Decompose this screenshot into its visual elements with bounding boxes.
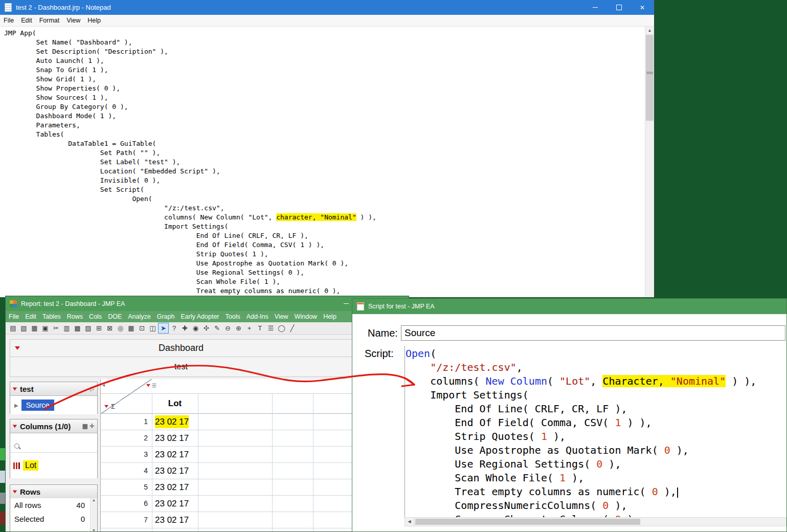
- grabber-tool-icon[interactable]: ✣: [201, 323, 211, 333]
- cell-value[interactable]: 23 02 17: [155, 448, 189, 461]
- cell-value[interactable]: 23 02 17: [155, 514, 189, 526]
- table-row[interactable]: 823 02 17: [101, 528, 352, 532]
- notepad-vertical-scrollbar[interactable]: ▲: [645, 27, 654, 297]
- globe-tool-icon[interactable]: ◉: [191, 323, 200, 333]
- menu-early-adopter[interactable]: Early Adopter: [177, 311, 222, 322]
- help-tool-icon[interactable]: ?: [169, 323, 179, 333]
- cell-value[interactable]: 23 02 17: [155, 530, 189, 532]
- menu-cols[interactable]: Cols: [86, 311, 105, 322]
- columns-settings-icon[interactable]: ✛: [89, 423, 95, 430]
- menu-help[interactable]: Help: [84, 15, 104, 26]
- column-header-lot[interactable]: Lot: [152, 393, 198, 414]
- menu-view[interactable]: View: [272, 311, 291, 322]
- zoom-out-tool-icon[interactable]: ⊖: [223, 323, 233, 333]
- menu-analyze[interactable]: Analyze: [125, 311, 153, 322]
- line-tool-icon[interactable]: ╱: [287, 323, 297, 333]
- new-data-table-icon[interactable]: ▦: [30, 323, 39, 333]
- notepad-titlebar[interactable]: test 2 - Dashboard.jrp - Notepad ✕: [0, 0, 654, 15]
- save-icon[interactable]: ▣: [40, 323, 50, 333]
- desktop-icon-sliver[interactable]: [0, 512, 5, 525]
- table-row[interactable]: 123 02 17: [101, 414, 352, 430]
- brush-tool-icon[interactable]: ✎: [212, 323, 222, 333]
- cut-icon[interactable]: ✂: [51, 323, 61, 333]
- list-tool-icon[interactable]: ☰: [266, 323, 276, 333]
- menu-add-ins[interactable]: Add-Ins: [243, 311, 272, 322]
- table-row[interactable]: 523 02 17: [101, 479, 352, 496]
- lock-icon[interactable]: ⊠: [105, 323, 115, 333]
- cell-value[interactable]: 23 02 17: [155, 481, 189, 494]
- binoculars-icon[interactable]: ◫: [148, 323, 158, 333]
- table-row[interactable]: 723 02 17: [101, 512, 352, 528]
- red-triangle-menu-icon[interactable]: [15, 346, 20, 350]
- cell-value[interactable]: 23 02 17: [155, 432, 189, 445]
- notepad-text-area[interactable]: JMP App( Set Name( "Dashboard" ), Set De…: [0, 27, 645, 297]
- row-number[interactable]: 8: [101, 528, 148, 532]
- column-item-label[interactable]: Lot: [23, 460, 38, 471]
- cell-value[interactable]: 23 02 17: [155, 497, 189, 510]
- arrow-tool-icon[interactable]: ➤: [159, 323, 168, 333]
- scrollbar-thumb[interactable]: [415, 519, 640, 525]
- menu-edit[interactable]: Edit: [17, 15, 36, 26]
- zoom-window-icon[interactable]: ◎: [116, 323, 125, 333]
- row-number[interactable]: 3: [101, 447, 148, 462]
- columns-search-field[interactable]: [10, 433, 97, 453]
- expander-icon[interactable]: ▶: [14, 403, 18, 408]
- red-triangle-menu-icon[interactable]: [104, 405, 108, 408]
- new-journal-icon[interactable]: ▤: [8, 323, 18, 333]
- desktop-icon-sliver[interactable]: [0, 493, 5, 504]
- menu-tools[interactable]: Tools: [222, 311, 243, 322]
- script-window-icon[interactable]: ▨: [83, 323, 93, 333]
- menu-window[interactable]: Window: [291, 311, 320, 322]
- row-number[interactable]: 2: [101, 430, 148, 446]
- menu-view[interactable]: View: [63, 15, 84, 26]
- annotate-tool-icon[interactable]: T: [255, 323, 265, 333]
- sigma-icon[interactable]: Σ: [111, 403, 115, 410]
- layout-icon[interactable]: ⊞: [94, 323, 104, 333]
- test-panel-header[interactable]: test ▷: [10, 382, 97, 396]
- window-list-icon[interactable]: ⊡: [137, 323, 147, 333]
- report-titlebar[interactable]: Report: test 2 - Dashboard - JMP EA: [6, 296, 409, 311]
- cell-value[interactable]: 23 02 17: [155, 415, 189, 428]
- close-button[interactable]: ✕: [631, 0, 654, 15]
- desktop-icon-sliver[interactable]: [0, 448, 5, 460]
- script-horizontal-scrollbar[interactable]: ◀: [404, 517, 786, 526]
- excel-import-icon[interactable]: ▦: [126, 323, 136, 333]
- maximize-button[interactable]: [607, 0, 631, 15]
- source-item-selected[interactable]: Source: [21, 400, 54, 411]
- menu-file[interactable]: File: [6, 311, 22, 322]
- copy-icon[interactable]: ▥: [62, 323, 72, 333]
- shape-tool-icon[interactable]: ◯: [277, 323, 286, 333]
- open-icon[interactable]: ▧: [19, 323, 29, 333]
- menu-help[interactable]: Help: [320, 311, 340, 322]
- column-filter-icon[interactable]: ☰: [152, 383, 156, 388]
- scrollbar-thumb[interactable]: [646, 35, 654, 121]
- table-row[interactable]: 323 02 17: [101, 447, 352, 463]
- minimize-button[interactable]: [583, 0, 607, 15]
- red-triangle-menu-icon[interactable]: [13, 490, 17, 493]
- columns-panel-header[interactable]: Columns (1/0) ▦ ✛: [10, 419, 97, 433]
- script-titlebar[interactable]: Script for test - JMP EA: [352, 299, 786, 314]
- name-input[interactable]: [401, 325, 785, 341]
- row-number[interactable]: 4: [101, 463, 148, 479]
- red-triangle-menu-icon[interactable]: [13, 387, 17, 390]
- menu-graph[interactable]: Graph: [154, 311, 178, 322]
- script-editor[interactable]: Open( "/z:/test.csv", columns( New Colum…: [406, 347, 786, 517]
- crosshair-tool-icon[interactable]: ✚: [180, 323, 190, 333]
- menu-format[interactable]: Format: [36, 15, 63, 26]
- row-number[interactable]: 6: [101, 496, 148, 512]
- row-number[interactable]: 5: [101, 479, 148, 495]
- cell-value[interactable]: 23 02 17: [155, 464, 189, 477]
- zoom-in-tool-icon[interactable]: ⊕: [234, 323, 243, 333]
- add-tool-icon[interactable]: +: [244, 323, 254, 333]
- menu-doe[interactable]: DOE: [105, 311, 125, 322]
- menu-file[interactable]: File: [0, 15, 17, 26]
- rows-scrollbar[interactable]: ▲▼: [90, 498, 97, 532]
- panel-collapse-icon[interactable]: ▷: [90, 386, 94, 392]
- column-list-item[interactable]: Lot: [10, 453, 97, 478]
- rows-panel-header[interactable]: Rows: [10, 485, 97, 499]
- paste-icon[interactable]: ▩: [73, 323, 82, 333]
- table-row[interactable]: 423 02 17: [101, 463, 352, 479]
- menu-tables[interactable]: Tables: [39, 311, 64, 322]
- menu-edit[interactable]: Edit: [22, 311, 39, 322]
- columns-grid-icon[interactable]: ▦: [82, 423, 88, 430]
